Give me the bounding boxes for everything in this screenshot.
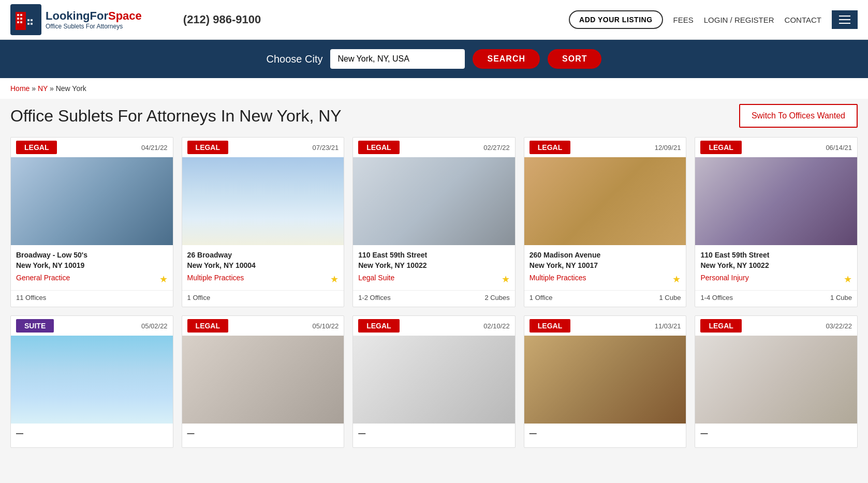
listing-image (695, 157, 857, 245)
listing-address: 260 Madison AvenueNew York, NY 10017 (529, 250, 681, 270)
breadcrumb-home[interactable]: Home (10, 84, 30, 93)
card-header: LEGAL 03/22/22 (695, 316, 857, 336)
card-header: LEGAL 11/03/21 (524, 316, 686, 336)
favorite-star-icon[interactable]: ★ (330, 274, 339, 285)
card-body: — (182, 424, 344, 447)
card-body: — (11, 424, 173, 447)
hamburger-button[interactable] (832, 10, 858, 29)
card-footer: 1 Office (182, 290, 344, 307)
card-body: — (695, 424, 857, 447)
listing-practice: Legal Suite (358, 274, 394, 282)
breadcrumb-city: New York (56, 84, 86, 93)
contact-link[interactable]: CONTACT (785, 16, 821, 24)
card-header: LEGAL 02/27/22 (353, 138, 515, 157)
card-body: 26 BroadwayNew York, NY 10004 Multiple P… (182, 245, 344, 290)
listing-cubes: 1 Cube (659, 294, 681, 301)
card-header: LEGAL 04/21/22 (11, 138, 173, 157)
listing-tag: LEGAL (358, 141, 399, 154)
listing-image (524, 336, 686, 424)
card-body: 260 Madison AvenueNew York, NY 10017 Mul… (524, 245, 686, 290)
login-link[interactable]: LOGIN / REGISTER (704, 16, 774, 24)
card-practice-row: Multiple Practices ★ (187, 274, 339, 285)
logo[interactable]: LookingForSpace Office Sublets For Attor… (10, 4, 142, 35)
add-listing-button[interactable]: ADD YOUR LISTING (569, 10, 663, 29)
listing-tag: LEGAL (187, 141, 228, 154)
card-body: — (353, 424, 515, 447)
listing-image (11, 157, 173, 245)
listing-practice: Multiple Practices (187, 274, 244, 282)
breadcrumb-ny[interactable]: NY (38, 84, 48, 93)
listing-cubes: 1 Cube (830, 294, 852, 301)
city-input[interactable] (330, 49, 465, 69)
listing-card[interactable]: LEGAL 07/23/21 26 BroadwayNew York, NY 1… (182, 137, 345, 307)
switch-to-offices-wanted-button[interactable]: Switch To Offices Wanted (739, 104, 858, 128)
listing-offices: 1 Office (187, 294, 211, 301)
listing-card[interactable]: LEGAL 11/03/21 — (524, 315, 687, 448)
sort-button[interactable]: SORT (548, 49, 601, 69)
hamburger-line-1 (839, 16, 850, 17)
listings-grid: LEGAL 04/21/22 Broadway - Low 50'sNew Yo… (10, 137, 858, 448)
listing-card[interactable]: LEGAL 03/22/22 — (695, 315, 858, 448)
card-header: SUITE 05/02/22 (11, 316, 173, 336)
listing-card[interactable]: LEGAL 02/27/22 110 East 59th StreetNew Y… (352, 137, 516, 307)
card-header: LEGAL 06/14/21 (695, 138, 857, 157)
listing-tag: LEGAL (358, 319, 399, 333)
listing-address: — (529, 429, 681, 439)
favorite-star-icon[interactable]: ★ (844, 274, 852, 285)
card-footer: 1-4 Offices 1 Cube (695, 290, 857, 307)
listing-practice: Multiple Practices (529, 274, 586, 282)
listing-address: — (700, 429, 852, 439)
fees-link[interactable]: FEES (673, 16, 694, 24)
listing-image (353, 157, 515, 245)
logo-title: LookingForSpace (46, 9, 142, 23)
card-body: — (524, 424, 686, 447)
svg-rect-2 (17, 14, 19, 16)
listing-tag: LEGAL (529, 319, 570, 333)
listing-date: 05/02/22 (141, 322, 168, 330)
listing-date: 07/23/21 (313, 144, 339, 152)
listing-address: 110 East 59th StreetNew York, NY 10022 (700, 250, 852, 270)
listing-date: 05/10/22 (313, 322, 339, 330)
page-title: Office Sublets For Attorneys In New York… (10, 107, 342, 126)
svg-rect-10 (27, 23, 30, 25)
card-footer: 1-2 Offices 2 Cubes (353, 290, 515, 307)
listing-address: 110 East 59th StreetNew York, NY 10022 (358, 250, 510, 270)
svg-rect-11 (31, 23, 33, 25)
card-footer: 1 Office 1 Cube (524, 290, 686, 307)
card-header: LEGAL 02/10/22 (353, 316, 515, 336)
listing-card[interactable]: LEGAL 02/10/22 — (352, 315, 516, 448)
listing-date: 12/09/21 (655, 144, 681, 152)
listing-date: 02/10/22 (483, 322, 510, 330)
logo-text: LookingForSpace Office Sublets For Attor… (46, 9, 142, 30)
card-practice-row: General Practice ★ (16, 274, 168, 285)
svg-rect-5 (20, 18, 22, 20)
listing-date: 04/21/22 (141, 144, 168, 152)
listing-date: 06/14/21 (826, 144, 852, 152)
listing-date: 11/03/21 (655, 322, 681, 330)
header: LookingForSpace Office Sublets For Attor… (0, 0, 868, 40)
breadcrumb: Home » NY » New York (0, 78, 868, 99)
listing-card[interactable]: LEGAL 06/14/21 110 East 59th StreetNew Y… (695, 137, 858, 307)
listing-offices: 1-4 Offices (700, 294, 733, 301)
listing-card[interactable]: LEGAL 05/10/22 — (182, 315, 345, 448)
card-header: LEGAL 05/10/22 (182, 316, 344, 336)
card-practice-row: Multiple Practices ★ (529, 274, 681, 285)
logo-image (10, 4, 41, 35)
listing-card[interactable]: SUITE 05/02/22 — (10, 315, 173, 448)
favorite-star-icon[interactable]: ★ (672, 274, 681, 285)
search-bar: Choose City SEARCH SORT (0, 40, 868, 78)
hamburger-line-2 (839, 19, 850, 20)
listing-address: 26 BroadwayNew York, NY 10004 (187, 250, 339, 270)
listing-image (182, 336, 344, 424)
listing-tag: SUITE (16, 319, 54, 333)
svg-rect-9 (31, 19, 33, 21)
listing-image (182, 157, 344, 245)
favorite-star-icon[interactable]: ★ (159, 274, 168, 285)
favorite-star-icon[interactable]: ★ (502, 274, 510, 285)
listing-date: 03/22/22 (826, 322, 852, 330)
listing-address: Broadway - Low 50'sNew York, NY 10019 (16, 250, 168, 270)
listing-card[interactable]: LEGAL 04/21/22 Broadway - Low 50'sNew Yo… (10, 137, 173, 307)
listing-card[interactable]: LEGAL 12/09/21 260 Madison AvenueNew Yor… (524, 137, 687, 307)
listing-image (524, 157, 686, 245)
search-button[interactable]: SEARCH (473, 49, 540, 69)
